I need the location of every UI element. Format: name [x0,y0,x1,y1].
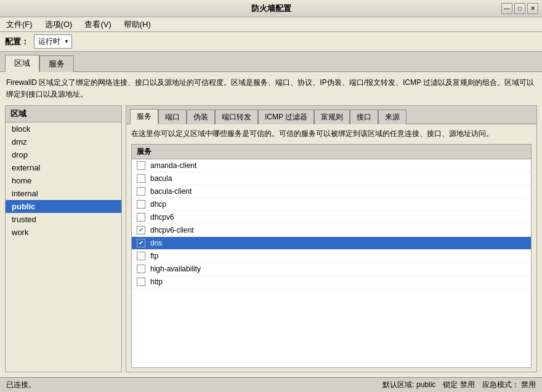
checkbox-dns[interactable]: ✔ [137,239,145,247]
service-name-dns: dns [150,239,162,247]
inner-tab-services[interactable]: 服务 [130,109,158,124]
title-bar: 防火墙配置 — □ ✕ [0,0,542,17]
inner-tab-bar: 服务 端口 伪装 端口转发 ICMP 过滤器 富规则 接口 来源 [126,106,536,124]
inner-tab-sources[interactable]: 来源 [378,110,407,124]
top-tab-bar: 区域 服务 [0,52,542,72]
service-row-bacula[interactable]: bacula [132,172,531,185]
services-table[interactable]: 服务 amanda-client bacula bacula-client [131,144,532,368]
tab-service[interactable]: 服务 [39,55,74,72]
service-name-dhcpv6-client: dhcpv6-client [150,226,194,234]
menu-options[interactable]: 选项(O) [41,18,76,31]
panel-description: 在这里你可以定义区域中哪些服务是可信的。可信的服务可以被绑定到该区域的任意连接、… [131,128,532,140]
service-row-high-availability[interactable]: high-availability [132,263,531,276]
sidebar-item-drop[interactable]: drop [6,148,121,161]
inner-tab-masquerade[interactable]: 伪装 [187,110,215,124]
status-bar: 已连接。 默认区域: public 锁定 禁用 应急模式： 禁用 [0,377,542,392]
service-row-http[interactable]: http [132,276,531,289]
sidebar-item-work[interactable]: work [6,226,121,239]
sidebar-item-trusted[interactable]: trusted [6,213,121,226]
service-name-http: http [150,278,163,286]
inner-tab-ports[interactable]: 端口 [158,110,187,124]
service-name-high-availability: high-availability [150,265,201,273]
checkbox-dhcp[interactable] [137,200,145,209]
inner-tab-rich-rules[interactable]: 富规则 [314,110,350,124]
service-row-dhcpv6[interactable]: dhcpv6 [132,211,531,224]
service-name-bacula-client: bacula-client [150,187,192,196]
checkbox-bacula-client[interactable] [137,187,145,196]
window-controls: — □ ✕ [501,3,538,14]
service-row-dhcp[interactable]: dhcp [132,198,531,211]
maximize-button[interactable]: □ [514,3,525,14]
service-name-bacula: bacula [150,174,172,183]
status-right: 默认区域: public 锁定 禁用 应急模式： 禁用 [382,380,536,390]
minimize-button[interactable]: — [501,3,512,14]
menu-view[interactable]: 查看(V) [81,18,115,31]
service-name-ftp: ftp [150,252,158,260]
close-button[interactable]: ✕ [527,3,538,14]
inner-tab-icmp[interactable]: ICMP 过滤器 [258,110,314,124]
runtime-dropdown[interactable]: 运行时 [34,34,72,49]
service-row-ftp[interactable]: ftp [132,250,531,263]
sidebar-list: block dmz drop external home internal pu… [6,122,121,372]
panic-status: 应急模式： 禁用 [482,380,536,390]
checkbox-bacula[interactable] [137,174,145,183]
checkbox-ftp[interactable] [137,252,145,260]
sidebar-item-internal[interactable]: internal [6,187,121,200]
service-row-dhcpv6-client[interactable]: ✔ dhcpv6-client [132,224,531,237]
services-table-header: 服务 [132,145,531,159]
menu-help[interactable]: 帮助(H) [120,18,155,31]
window-title: 防火墙配置 [41,3,501,14]
sidebar-item-block[interactable]: block [6,122,121,135]
service-row-amanda-client[interactable]: amanda-client [132,159,531,172]
tab-zone[interactable]: 区域 [5,55,39,72]
panel-content: 在这里你可以定义区域中哪些服务是可信的。可信的服务可以被绑定到该区域的任意连接、… [126,124,536,372]
checkbox-amanda-client[interactable] [137,161,145,170]
service-row-bacula-client[interactable]: bacula-client [132,185,531,198]
main-area: 区域 服务 FirewallD 区域定义了绑定的网络连接、接口以及源地址的可信程… [0,52,542,377]
status-connected: 已连接。 [6,380,36,390]
lock-status: 锁定 禁用 [443,380,474,390]
zone-sidebar: 区域 block dmz drop external home internal… [5,105,122,372]
content-area: 区域 block dmz drop external home internal… [0,105,542,377]
checkbox-http[interactable] [137,278,145,286]
checkbox-dhcpv6-client[interactable]: ✔ [137,226,145,234]
service-name-amanda-client: amanda-client [150,161,196,170]
toolbar: 配置： 运行时 [0,32,542,52]
config-label: 配置： [5,36,29,47]
sidebar-item-external[interactable]: external [6,161,121,174]
service-name-dhcpv6: dhcpv6 [150,213,174,222]
checkbox-high-availability[interactable] [137,265,145,273]
inner-tab-port-forward[interactable]: 端口转发 [215,110,258,124]
checkbox-dhcpv6[interactable] [137,213,145,222]
zone-description: FirewallD 区域定义了绑定的网络连接、接口以及源地址的可信程度。区域是服… [0,72,542,105]
default-zone-label: 默认区域: public [382,380,435,390]
services-col-header: 服务 [137,146,152,157]
service-name-dhcp: dhcp [150,200,166,209]
sidebar-item-public[interactable]: public [6,200,121,213]
sidebar-item-dmz[interactable]: dmz [6,135,121,148]
sidebar-header: 区域 [6,106,121,122]
right-panel: 服务 端口 伪装 端口转发 ICMP 过滤器 富规则 接口 来源 在这里你可以定… [126,105,537,372]
service-row-dns[interactable]: ✔ dns [132,237,531,250]
menu-file[interactable]: 文件(F) [2,18,36,31]
inner-tab-interfaces[interactable]: 接口 [350,110,378,124]
menu-bar: 文件(F) 选项(O) 查看(V) 帮助(H) [0,17,542,32]
sidebar-item-home[interactable]: home [6,174,121,187]
